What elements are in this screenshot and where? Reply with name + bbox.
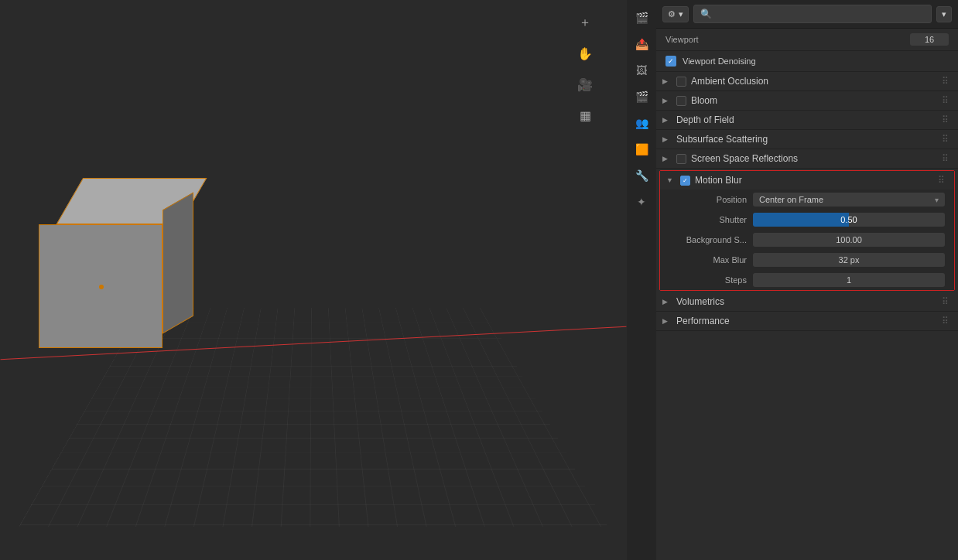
right-panel: 🎬 📤 🖼 🎬 👥 🟧 🔧 ✦ ⚙ ▾ 🔍 ▾ Viewport 16 [627, 0, 958, 560]
cube-origin-dot [99, 285, 104, 289]
volumetrics-arrow: ▶ [662, 298, 672, 306]
bloom-arrow: ▶ [662, 97, 672, 104]
bloom-label: Bloom [691, 95, 937, 106]
motion-blur-header[interactable]: ▼ ✓ Motion Blur ⠿ [660, 171, 954, 190]
cube-front-face [39, 224, 163, 348]
cube-side-face [163, 192, 193, 333]
volumetrics-section[interactable]: ▶ Volumetrics ⠿ [656, 292, 958, 312]
camera-icon[interactable]: 🎥 [574, 73, 596, 95]
particles-icon[interactable]: ✦ [630, 190, 653, 213]
ambient-occlusion-section[interactable]: ▶ Ambient Occlusion ⠿ [656, 72, 958, 91]
subsurface-scattering-section[interactable]: ▶ Subsurface Scattering ⠿ [656, 130, 958, 149]
properties-topbar: ⚙ ▾ 🔍 ▾ [656, 0, 958, 29]
3d-cube [39, 178, 209, 356]
depth-of-field-arrow: ▶ [662, 116, 672, 124]
props-type-arrow: ▾ [679, 9, 683, 19]
props-menu-button[interactable]: ▾ [936, 6, 952, 22]
motion-blur-expanded-section: ▼ ✓ Motion Blur ⠿ Position Center on Fra… [659, 170, 955, 291]
subsurface-scattering-drag: ⠿ [942, 134, 949, 145]
world-properties-icon[interactable]: 👥 [630, 111, 653, 135]
denoising-checkbox[interactable]: ✓ [665, 56, 676, 67]
steps-label: Steps [669, 275, 747, 285]
modifier-properties-icon[interactable]: 🔧 [630, 164, 653, 187]
search-icon: 🔍 [700, 9, 712, 19]
viewport-area: ＋ ✋ 🎥 ▦ [0, 0, 627, 560]
viewport-value[interactable]: 16 [910, 33, 949, 46]
props-type-icon: ⚙ [668, 9, 676, 19]
subsurface-scattering-arrow: ▶ [662, 135, 672, 143]
bloom-checkbox[interactable] [676, 96, 686, 106]
scene-properties-icon[interactable]: 🎬 [630, 85, 653, 108]
object-properties-icon[interactable]: 🟧 [630, 138, 653, 161]
render-properties-icon[interactable]: 🎬 [630, 6, 653, 29]
properties-panel: ⚙ ▾ 🔍 ▾ Viewport 16 ✓ Viewport Denoising… [656, 0, 958, 560]
volumetrics-drag: ⠿ [942, 296, 949, 307]
bg-scale-value[interactable]: 100.00 [753, 233, 945, 247]
view-layer-icon[interactable]: 🖼 [630, 59, 653, 82]
viewport-label: Viewport [665, 35, 904, 44]
side-icon-bar: 🎬 📤 🖼 🎬 👥 🟧 🔧 ✦ [627, 0, 656, 560]
output-properties-icon[interactable]: 📤 [630, 32, 653, 56]
grid-icon[interactable]: ▦ [574, 104, 596, 126]
motion-blur-arrow: ▼ [666, 176, 676, 184]
props-type-dropdown[interactable]: ⚙ ▾ [662, 6, 689, 22]
depth-of-field-label: Depth of Field [676, 114, 937, 125]
denoising-label: Viewport Denoising [683, 56, 949, 66]
bloom-drag: ⠿ [942, 95, 949, 106]
max-blur-label: Max Blur [669, 255, 747, 265]
viewport-samples-row: Viewport 16 [656, 29, 958, 51]
steps-value[interactable]: 1 [753, 273, 945, 287]
performance-label: Performance [676, 316, 937, 326]
viewport-denoising-row: ✓ Viewport Denoising [656, 51, 958, 72]
motion-blur-drag: ⠿ [938, 175, 945, 186]
position-label: Position [669, 195, 747, 204]
performance-arrow: ▶ [662, 317, 672, 325]
position-value: Center on Frame [759, 195, 823, 204]
bloom-section[interactable]: ▶ Bloom ⠿ [656, 91, 958, 111]
shutter-field-row: Shutter 0.50 [660, 210, 954, 230]
max-blur-value[interactable]: 32 px [753, 253, 945, 267]
motion-blur-label: Motion Blur [695, 175, 933, 186]
hand-icon[interactable]: ✋ [574, 43, 596, 64]
ambient-occlusion-label: Ambient Occlusion [691, 76, 937, 87]
ambient-occlusion-arrow: ▶ [662, 77, 672, 85]
bg-scale-field-row: Background S... 100.00 [660, 230, 954, 250]
performance-section[interactable]: ▶ Performance ⠿ [656, 312, 958, 331]
shutter-value[interactable]: 0.50 [753, 213, 945, 227]
ssr-checkbox[interactable] [676, 154, 686, 164]
search-bar[interactable]: 🔍 [693, 5, 932, 23]
subsurface-scattering-label: Subsurface Scattering [676, 134, 937, 145]
ambient-occlusion-drag: ⠿ [942, 76, 949, 87]
zoom-in-icon[interactable]: ＋ [574, 12, 596, 33]
shutter-label: Shutter [669, 215, 747, 224]
steps-field-row: Steps 1 [660, 270, 954, 290]
depth-of-field-drag: ⠿ [942, 114, 949, 125]
ssr-arrow: ▶ [662, 155, 672, 162]
max-blur-field-row: Max Blur 32 px [660, 250, 954, 270]
motion-blur-checkbox[interactable]: ✓ [680, 176, 690, 186]
performance-drag: ⠿ [942, 316, 949, 326]
position-dropdown[interactable]: Center on Frame ▾ [753, 193, 945, 207]
position-field-row: Position Center on Frame ▾ [660, 190, 954, 210]
bg-scale-label: Background S... [669, 235, 747, 244]
viewport-toolbar: ＋ ✋ 🎥 ▦ [574, 12, 596, 126]
ssr-drag: ⠿ [942, 153, 949, 164]
screen-space-reflections-section[interactable]: ▶ Screen Space Reflections ⠿ [656, 149, 958, 169]
ssr-label: Screen Space Reflections [691, 153, 937, 164]
volumetrics-label: Volumetrics [676, 296, 937, 307]
depth-of-field-section[interactable]: ▶ Depth of Field ⠿ [656, 111, 958, 130]
ambient-occlusion-checkbox[interactable] [676, 77, 686, 87]
position-dropdown-arrow: ▾ [935, 196, 939, 204]
